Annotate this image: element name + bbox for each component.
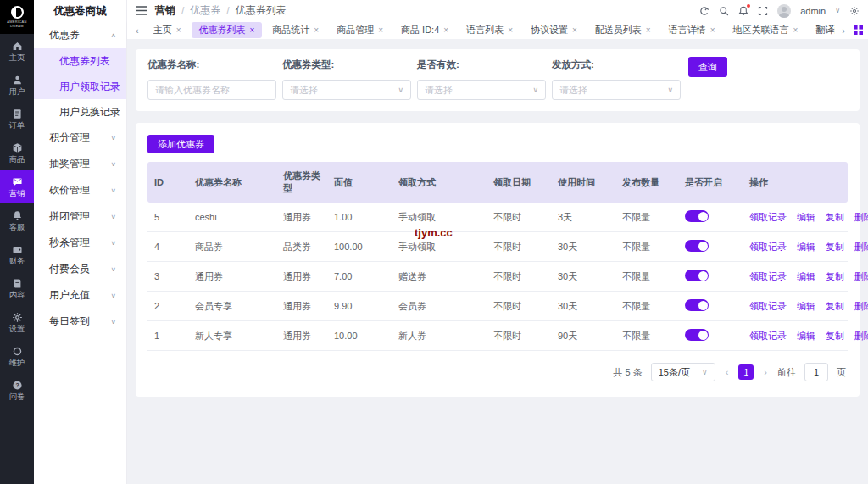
next-page-icon[interactable]: › (762, 367, 769, 377)
enabled-toggle[interactable] (685, 299, 709, 311)
tab-language-detail[interactable]: 语言详情× (661, 22, 723, 38)
tab-region-language[interactable]: 地区关联语言× (726, 22, 806, 38)
copy-link[interactable]: 复制 (826, 211, 844, 224)
add-coupon-button[interactable]: 添加优惠券 (147, 135, 214, 153)
enabled-toggle[interactable] (685, 270, 709, 281)
tab-coupon-list[interactable]: 优惠券列表× (192, 22, 263, 38)
chevron-down-icon[interactable]: ∨ (835, 7, 840, 14)
sidebar-item-user-redeem-records[interactable]: 用户兑换记录 (34, 99, 126, 125)
bell-icon[interactable] (738, 6, 748, 16)
svg-text:?: ? (15, 381, 19, 387)
close-icon[interactable]: × (443, 26, 448, 35)
sidebar-group-flashsale[interactable]: 秒杀管理∨ (34, 230, 126, 256)
claim-records-link[interactable]: 领取记录 (749, 270, 787, 283)
book-icon (12, 278, 23, 289)
sidebar-group-paid-member[interactable]: 付费会员∨ (34, 256, 126, 282)
enabled-toggle[interactable] (685, 329, 709, 341)
rail-item-survey[interactable]: ? 问卷 (0, 373, 34, 407)
sidebar-group-recharge[interactable]: 用户充值∨ (34, 282, 126, 309)
breadcrumb-mid[interactable]: 优惠券 (190, 3, 220, 18)
edit-link[interactable]: 编辑 (797, 330, 815, 342)
rail-item-marketing[interactable]: 营销 (0, 170, 34, 203)
copy-link[interactable]: 复制 (826, 300, 844, 313)
search-icon[interactable] (719, 6, 729, 16)
settings-gear-icon[interactable] (849, 6, 860, 16)
claim-records-link[interactable]: 领取记录 (749, 241, 787, 253)
fullscreen-icon[interactable] (758, 6, 768, 16)
avatar[interactable] (777, 4, 791, 18)
refresh-icon[interactable] (699, 6, 709, 16)
prev-page-icon[interactable]: ‹ (724, 367, 731, 377)
tabs-scroll-left-icon[interactable]: ‹ (132, 25, 142, 36)
rail-item-content[interactable]: 内容 (0, 271, 34, 305)
goto-page-input[interactable] (804, 363, 828, 381)
sidebar-item-user-claim-records[interactable]: 用户领取记录 (34, 74, 126, 99)
rail-item-finance[interactable]: 财务 (0, 237, 34, 271)
sidebar-item-coupon-list[interactable]: 优惠券列表 (34, 48, 126, 74)
sidebar-group-bargain[interactable]: 砍价管理∨ (34, 177, 126, 203)
close-icon[interactable]: × (710, 26, 715, 35)
edit-link[interactable]: 编辑 (797, 211, 815, 224)
page-size-select[interactable]: 15条/页 ∨ (651, 363, 715, 381)
sidebar-group-points[interactable]: 积分管理∨ (34, 125, 126, 151)
close-icon[interactable]: × (646, 26, 651, 35)
app-logo[interactable]: AMERICAN DREAM (0, 0, 34, 34)
coupon-name-input[interactable] (147, 80, 276, 100)
enabled-toggle[interactable] (685, 240, 709, 252)
sidebar-group-daily-checkin[interactable]: 每日签到∨ (34, 309, 126, 335)
enabled-toggle[interactable] (685, 210, 709, 222)
tab-goods-id4[interactable]: 商品 ID:4× (393, 22, 456, 38)
copy-link[interactable]: 复制 (826, 241, 844, 253)
tab-goods-manage[interactable]: 商品管理× (329, 22, 391, 38)
rail-item-settings[interactable]: 设置 (0, 305, 34, 339)
delete-link[interactable]: 删除 (854, 211, 868, 224)
copy-link[interactable]: 复制 (826, 330, 844, 342)
rail-item-home[interactable]: 主页 (0, 34, 34, 68)
rail-item-order[interactable]: 订单 (0, 102, 34, 136)
valid-select[interactable]: 请选择 ∨ (417, 80, 546, 100)
tab-language-list[interactable]: 语言列表× (459, 22, 520, 38)
delete-link[interactable]: 删除 (854, 330, 868, 342)
edit-link[interactable]: 编辑 (797, 300, 815, 313)
col-method: 领取方式 (393, 162, 488, 203)
sidebar-group-groupbuy[interactable]: 拼团管理∨ (34, 203, 126, 230)
rail-item-maintenance[interactable]: 维护 (0, 339, 34, 373)
tab-options-grid-icon[interactable] (854, 25, 863, 35)
claim-records-link[interactable]: 领取记录 (749, 211, 787, 224)
delete-link[interactable]: 删除 (854, 270, 868, 283)
search-button[interactable]: 查询 (688, 57, 727, 77)
close-icon[interactable]: × (572, 26, 577, 35)
close-icon[interactable]: × (314, 26, 319, 35)
tab-home[interactable]: 主页× (146, 22, 189, 38)
close-icon[interactable]: × (508, 26, 513, 35)
copy-link[interactable]: 复制 (826, 270, 844, 283)
content-area: 优惠券名称: 优惠券类型: 请选择 ∨ 是否有效: 请选择 (127, 39, 868, 484)
rail-item-service[interactable]: 客服 (0, 203, 34, 237)
close-icon[interactable]: × (250, 26, 255, 35)
delete-link[interactable]: 删除 (854, 241, 868, 253)
tabs-scroll-right-icon[interactable]: › (838, 25, 849, 36)
edit-link[interactable]: 编辑 (797, 270, 815, 283)
sidebar-group-coupon[interactable]: 优惠券 ∧ (34, 22, 126, 48)
tab-translation-config[interactable]: 翻译配置× (808, 22, 835, 38)
method-select[interactable]: 请选择 ∨ (552, 80, 681, 100)
breadcrumb-root[interactable]: 营销 (155, 3, 175, 18)
user-menu[interactable]: admin (800, 6, 826, 16)
edit-link[interactable]: 编辑 (797, 241, 815, 253)
rail-item-goods[interactable]: 商品 (0, 136, 34, 170)
claim-records-link[interactable]: 领取记录 (749, 300, 787, 313)
close-icon[interactable]: × (793, 26, 798, 35)
delete-link[interactable]: 删除 (854, 300, 868, 313)
hamburger-menu-icon[interactable] (136, 6, 147, 15)
close-icon[interactable]: × (378, 26, 383, 35)
chevron-down-icon: ∨ (110, 187, 116, 194)
tab-courier-list[interactable]: 配送员列表× (587, 22, 659, 38)
coupon-type-select[interactable]: 请选择 ∨ (282, 80, 411, 100)
sidebar-group-lottery[interactable]: 抽奖管理∨ (34, 151, 126, 177)
page-number[interactable]: 1 (738, 364, 754, 380)
claim-records-link[interactable]: 领取记录 (749, 330, 787, 342)
rail-item-user[interactable]: 用户 (0, 68, 34, 102)
tab-agreement-settings[interactable]: 协议设置× (523, 22, 585, 38)
close-icon[interactable]: × (176, 26, 181, 35)
tab-goods-stats[interactable]: 商品统计× (264, 22, 326, 38)
